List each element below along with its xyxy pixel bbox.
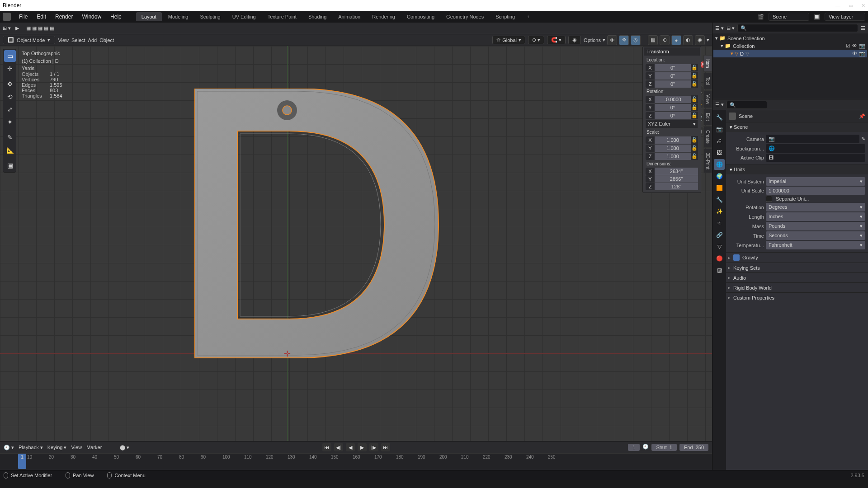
stab-3dprint[interactable]: 3D-Print <box>703 149 712 174</box>
rot-unit[interactable]: Degrees▾ <box>766 203 865 211</box>
viewlayer-field[interactable]: View Layer <box>825 13 865 21</box>
custom-header[interactable]: Custom Properties <box>726 293 868 302</box>
keying-menu[interactable]: Keying ▾ <box>47 445 67 450</box>
minimize-button[interactable]: — <box>835 3 840 9</box>
shading-solid-icon[interactable]: ● <box>671 35 681 45</box>
tab-add[interactable]: + <box>521 12 535 21</box>
pt-render[interactable]: 📷 <box>714 124 725 135</box>
unit-scale[interactable]: 1.000000 <box>766 187 865 195</box>
stab-tool[interactable]: Tool <box>703 73 712 89</box>
tab-animation[interactable]: Animation <box>333 12 366 21</box>
keyframe-prev-button[interactable]: ◀| <box>334 443 343 451</box>
outliner-search[interactable] <box>737 24 858 32</box>
current-frame[interactable]: 1 <box>628 444 640 451</box>
jump-start-button[interactable]: ⏮ <box>322 443 331 451</box>
props-search[interactable] <box>726 101 767 109</box>
mass-unit[interactable]: Pounds▾ <box>766 222 865 230</box>
start-frame[interactable]: Start 1 <box>651 444 676 451</box>
lock-icon[interactable]: 🔓 <box>691 152 698 160</box>
pin-icon[interactable]: 📌 <box>859 113 865 119</box>
marker-menu[interactable]: Marker <box>86 445 102 450</box>
viewlayer-icon[interactable]: 🔲 <box>813 13 821 21</box>
time-unit[interactable]: Seconds▾ <box>766 231 865 240</box>
tool-annotate[interactable]: ✎ <box>4 131 16 143</box>
filter-icon[interactable]: ⊟ ▾ <box>726 25 735 31</box>
menu-file[interactable]: File <box>15 14 31 20</box>
scl-z[interactable]: 1.000 <box>655 153 691 160</box>
rot-z[interactable]: 0° <box>655 112 691 119</box>
lock-icon[interactable]: 🔓 <box>691 95 698 103</box>
lock-icon[interactable]: 🔓 <box>691 144 698 152</box>
editor-type-icon[interactable]: ⊞ ▾ <box>3 25 11 31</box>
mesh-letter-d[interactable] <box>194 89 448 360</box>
menu-window[interactable]: Window <box>78 14 105 20</box>
lock-icon[interactable]: 🔓 <box>691 80 698 88</box>
tool-cursor[interactable]: ✛ <box>4 63 16 75</box>
maximize-button[interactable]: ▭ <box>849 3 853 9</box>
options-menu[interactable]: Options <box>584 38 601 43</box>
filter-btn-icon[interactable]: ☰ <box>861 25 865 31</box>
selmode-icons[interactable]: ▦ ▦ ▦ ▦ ▦ <box>26 25 54 31</box>
visibility-icon[interactable]: 👁 <box>607 35 617 45</box>
dim-y[interactable]: 2856" <box>655 175 698 183</box>
object-row[interactable]: ▾ ▽D▽👁📷 <box>713 50 867 57</box>
autokey-icon[interactable]: ⬤ ▾ <box>120 445 129 450</box>
npanel-title[interactable]: Transform <box>644 47 700 56</box>
tl-view-menu[interactable]: View <box>71 445 82 450</box>
camera-icon[interactable]: 📷 <box>859 51 865 56</box>
xray-icon[interactable]: ▧ <box>648 35 658 45</box>
rigid-header[interactable]: Rigid Body World <box>726 283 868 292</box>
end-frame[interactable]: End 250 <box>679 444 708 451</box>
play-button[interactable]: ▶ <box>358 443 367 451</box>
range-icon[interactable]: 🕘 <box>642 444 649 451</box>
menu-edit[interactable]: Edit <box>33 14 50 20</box>
pt-object[interactable]: 🟧 <box>714 183 725 193</box>
checkbox-icon[interactable]: ☑ <box>846 43 850 49</box>
tool-transform[interactable]: ✦ <box>4 116 16 128</box>
len-unit[interactable]: Inches▾ <box>766 212 865 221</box>
tool-move[interactable]: ✥ <box>4 78 16 90</box>
scl-x[interactable]: 1.000 <box>655 136 691 144</box>
loc-x[interactable]: 0" <box>655 64 691 71</box>
gravity-header[interactable]: Gravity <box>726 253 868 263</box>
scene-collection-row[interactable]: ▾ 📁Scene Collection <box>713 34 867 42</box>
add-menu[interactable]: Add <box>88 38 97 43</box>
timeline-track[interactable]: 1020304050607080901001101201301401501601… <box>0 453 712 470</box>
vertex-icon[interactable]: ▶ <box>15 25 19 31</box>
rot-x[interactable]: -0.0000 <box>655 96 691 103</box>
stab-view[interactable]: View <box>703 90 712 108</box>
tool-select[interactable]: ▭ <box>4 50 16 62</box>
stab-create[interactable]: Create <box>703 126 712 148</box>
tab-uv[interactable]: UV Editing <box>227 12 261 21</box>
pt-scene[interactable]: 🌐 <box>714 159 725 170</box>
pt-tool[interactable]: 🔧 <box>714 112 725 123</box>
crumb-label[interactable]: Scene <box>739 113 753 119</box>
pt-data[interactable]: ▽ <box>714 241 725 252</box>
blender-logo-icon[interactable] <box>3 13 11 21</box>
loc-z[interactable]: 0" <box>655 80 691 88</box>
pt-world[interactable]: 🌍 <box>714 171 725 182</box>
lock-icon[interactable]: 🔓 <box>691 136 698 144</box>
gizmos-icon[interactable]: ✥ <box>619 35 629 45</box>
shading-rendered-icon[interactable]: ◉ <box>695 35 705 45</box>
tab-sculpting[interactable]: Sculpting <box>194 12 226 21</box>
props-type-icon[interactable]: ☰ ▾ <box>715 102 724 108</box>
pt-texture[interactable]: ▨ <box>714 265 725 276</box>
stab-edit[interactable]: Edit <box>703 109 712 125</box>
lock-icon[interactable]: 🔓 <box>691 72 698 80</box>
playhead[interactable]: 1 <box>18 454 26 469</box>
mode-dropdown[interactable]: 🔳 Object Mode ▾ <box>3 36 55 44</box>
eye-icon[interactable]: 👁 <box>852 51 857 56</box>
camera-field[interactable]: 📷 <box>766 135 859 143</box>
propedit-toggle[interactable]: ◉ <box>568 36 581 44</box>
shading-wireframe-icon[interactable]: ⊕ <box>660 35 670 45</box>
gravity-chk[interactable] <box>733 254 740 261</box>
jump-end-button[interactable]: ⏭ <box>381 443 390 451</box>
rotmode-dropdown[interactable]: XYZ Euler▾ <box>646 120 698 128</box>
orientation-dropdown[interactable]: ⟰Global▾ <box>492 36 525 44</box>
stab-item[interactable]: Item <box>703 55 712 72</box>
pt-physics[interactable]: ⚛ <box>714 218 725 229</box>
pt-material[interactable]: 🔴 <box>714 253 725 264</box>
tab-compositing[interactable]: Compositing <box>401 12 440 21</box>
pt-modifier[interactable]: 🔧 <box>714 194 725 205</box>
